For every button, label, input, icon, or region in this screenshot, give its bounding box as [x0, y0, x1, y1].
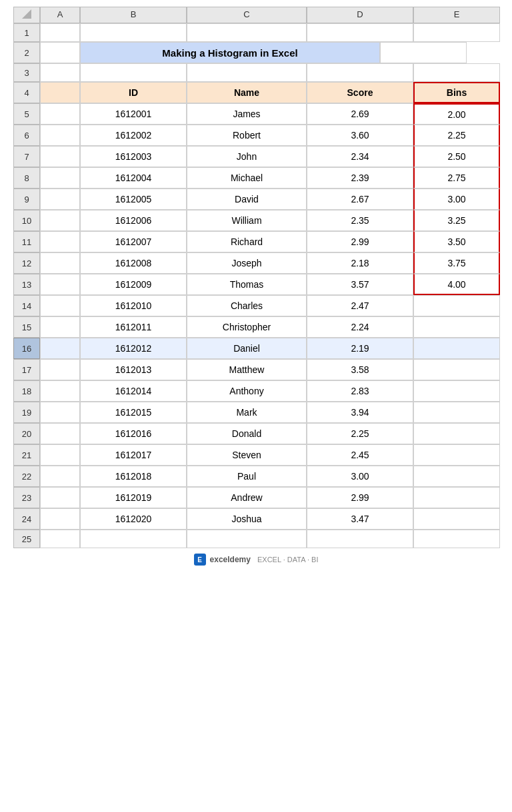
col-header-c[interactable]: C — [187, 7, 307, 23]
cell-id-8[interactable]: 1612004 — [80, 167, 187, 189]
cell-score-18[interactable]: 2.83 — [307, 380, 413, 402]
cell-a3[interactable] — [40, 63, 80, 82]
cell-score-11[interactable]: 2.99 — [307, 231, 413, 252]
cell-a10[interactable] — [40, 210, 80, 231]
cell-name-11[interactable]: Richard — [187, 231, 307, 252]
cell-id-9[interactable]: 1612005 — [80, 189, 187, 210]
cell-a14[interactable] — [40, 295, 80, 316]
row-num-5[interactable]: 5 — [13, 103, 40, 125]
cell-id-22[interactable]: 1612018 — [80, 466, 187, 487]
cell-name-21[interactable]: Steven — [187, 444, 307, 466]
cell-name-19[interactable]: Mark — [187, 402, 307, 423]
row-num-9[interactable]: 9 — [13, 189, 40, 210]
cell-id-16[interactable]: 1612012 — [80, 338, 187, 359]
cell-e3[interactable] — [413, 63, 500, 82]
cell-bins-5[interactable]: 2.00 — [413, 103, 500, 125]
cell-bins-18[interactable] — [413, 380, 500, 402]
row-num-16[interactable]: 16 — [13, 338, 40, 359]
row-num-8[interactable]: 8 — [13, 167, 40, 189]
cell-a6[interactable] — [40, 125, 80, 146]
cell-name-12[interactable]: Joseph — [187, 252, 307, 274]
row-num-21[interactable]: 21 — [13, 444, 40, 466]
cell-bins-14[interactable] — [413, 295, 500, 316]
cell-a5[interactable] — [40, 103, 80, 125]
cell-id-17[interactable]: 1612013 — [80, 359, 187, 380]
col-header-d[interactable]: D — [307, 7, 413, 23]
cell-id-12[interactable]: 1612008 — [80, 252, 187, 274]
cell-name-24[interactable]: Joshua — [187, 508, 307, 530]
cell-score-9[interactable]: 2.67 — [307, 189, 413, 210]
row-num-12[interactable]: 12 — [13, 252, 40, 274]
cell-id-18[interactable]: 1612014 — [80, 380, 187, 402]
cell-c3[interactable] — [187, 63, 307, 82]
cell-score-7[interactable]: 2.34 — [307, 146, 413, 167]
cell-b25[interactable] — [80, 530, 187, 548]
col-header-a[interactable]: A — [40, 7, 80, 23]
cell-name-20[interactable]: Donald — [187, 423, 307, 444]
cell-score-20[interactable]: 2.25 — [307, 423, 413, 444]
cell-id-20[interactable]: 1612016 — [80, 423, 187, 444]
row-num-20[interactable]: 20 — [13, 423, 40, 444]
cell-id-13[interactable]: 1612009 — [80, 274, 187, 295]
cell-id-7[interactable]: 1612003 — [80, 146, 187, 167]
cell-score-14[interactable]: 2.47 — [307, 295, 413, 316]
row-num-14[interactable]: 14 — [13, 295, 40, 316]
cell-a19[interactable] — [40, 402, 80, 423]
cell-id-15[interactable]: 1612011 — [80, 316, 187, 338]
cell-id-10[interactable]: 1612006 — [80, 210, 187, 231]
cell-a24[interactable] — [40, 508, 80, 530]
cell-a2[interactable] — [40, 42, 80, 63]
cell-d3[interactable] — [307, 63, 413, 82]
row-num-17[interactable]: 17 — [13, 359, 40, 380]
cell-id-6[interactable]: 1612002 — [80, 125, 187, 146]
cell-score-21[interactable]: 2.45 — [307, 444, 413, 466]
row-num-22[interactable]: 22 — [13, 466, 40, 487]
cell-id-21[interactable]: 1612017 — [80, 444, 187, 466]
cell-a7[interactable] — [40, 146, 80, 167]
row-num-23[interactable]: 23 — [13, 487, 40, 508]
cell-name-23[interactable]: Andrew — [187, 487, 307, 508]
cell-a25[interactable] — [40, 530, 80, 548]
cell-a15[interactable] — [40, 316, 80, 338]
cell-a11[interactable] — [40, 231, 80, 252]
row-num-11[interactable]: 11 — [13, 231, 40, 252]
cell-score-10[interactable]: 2.35 — [307, 210, 413, 231]
cell-name-13[interactable]: Thomas — [187, 274, 307, 295]
cell-name-8[interactable]: Michael — [187, 167, 307, 189]
cell-score-13[interactable]: 3.57 — [307, 274, 413, 295]
cell-a9[interactable] — [40, 189, 80, 210]
cell-e2[interactable] — [380, 42, 467, 63]
cell-a20[interactable] — [40, 423, 80, 444]
cell-name-16[interactable]: Daniel — [187, 338, 307, 359]
cell-bins-9[interactable]: 3.00 — [413, 189, 500, 210]
cell-score-19[interactable]: 3.94 — [307, 402, 413, 423]
cell-a21[interactable] — [40, 444, 80, 466]
row-num-10[interactable]: 10 — [13, 210, 40, 231]
cell-score-8[interactable]: 2.39 — [307, 167, 413, 189]
cell-name-22[interactable]: Paul — [187, 466, 307, 487]
cell-a13[interactable] — [40, 274, 80, 295]
cell-bins-23[interactable] — [413, 487, 500, 508]
row-num-25[interactable]: 25 — [13, 530, 40, 548]
cell-id-23[interactable]: 1612019 — [80, 487, 187, 508]
row-num-2[interactable]: 2 — [13, 42, 40, 63]
cell-bins-17[interactable] — [413, 359, 500, 380]
row-num-13[interactable]: 13 — [13, 274, 40, 295]
row-num-6[interactable]: 6 — [13, 125, 40, 146]
cell-e25[interactable] — [413, 530, 500, 548]
cell-a17[interactable] — [40, 359, 80, 380]
cell-id-5[interactable]: 1612001 — [80, 103, 187, 125]
cell-bins-10[interactable]: 3.25 — [413, 210, 500, 231]
cell-b1[interactable] — [80, 23, 187, 42]
cell-name-10[interactable]: William — [187, 210, 307, 231]
cell-d25[interactable] — [307, 530, 413, 548]
col-header-b[interactable]: B — [80, 7, 187, 23]
cell-a16[interactable] — [40, 338, 80, 359]
cell-bins-12[interactable]: 3.75 — [413, 252, 500, 274]
cell-score-12[interactable]: 2.18 — [307, 252, 413, 274]
cell-score-15[interactable]: 2.24 — [307, 316, 413, 338]
cell-bins-16[interactable] — [413, 338, 500, 359]
row-num-24[interactable]: 24 — [13, 508, 40, 530]
cell-d1[interactable] — [307, 23, 413, 42]
cell-e1[interactable] — [413, 23, 500, 42]
